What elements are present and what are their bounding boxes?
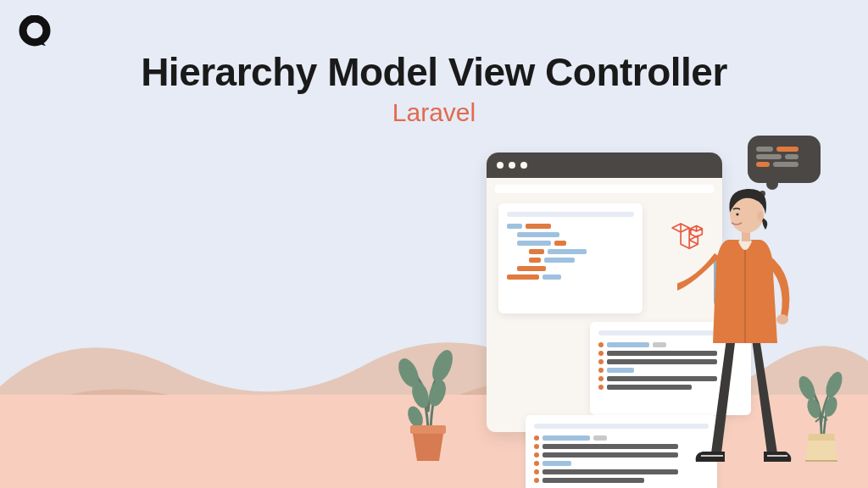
code-panel-1 — [498, 203, 643, 313]
svg-point-15 — [823, 369, 846, 400]
brand-logo — [19, 15, 53, 53]
svg-point-9 — [428, 347, 457, 385]
plant-right-icon — [790, 361, 853, 463]
page-subtitle: Laravel — [0, 98, 868, 127]
svg-point-6 — [736, 213, 738, 215]
svg-point-0 — [23, 19, 47, 42]
svg-rect-13 — [410, 425, 446, 434]
plant-left-icon — [390, 336, 466, 463]
svg-point-2 — [776, 314, 788, 324]
svg-point-7 — [757, 211, 764, 221]
page-title: Hierarchy Model View Controller — [0, 49, 868, 95]
